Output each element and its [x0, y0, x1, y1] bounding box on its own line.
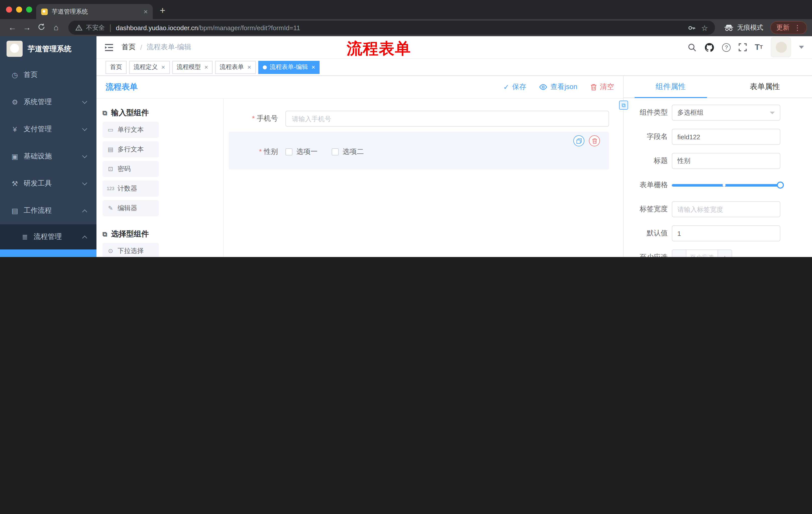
password-key-icon[interactable] [688, 24, 695, 31]
home-button[interactable]: ⌂ [49, 24, 63, 32]
window-controls [6, 6, 32, 12]
component-chip-counter[interactable]: 123计数器 [103, 181, 159, 197]
chevron-down-icon [82, 126, 87, 131]
title-input[interactable] [672, 153, 780, 169]
clear-button[interactable]: 清空 [590, 82, 614, 91]
user-avatar[interactable] [771, 37, 791, 57]
search-button[interactable] [688, 43, 696, 52]
component-chip-textarea[interactable]: ▤多行文本 [103, 141, 159, 157]
minimize-window-button[interactable] [16, 6, 22, 12]
increase-button[interactable]: + [718, 250, 732, 257]
address-bar[interactable]: 不安全 | dashboard.yudao.iocoder.cn /bpm/ma… [68, 21, 715, 35]
tag-process-model[interactable]: 流程模型 × [172, 61, 212, 74]
tab-form-props[interactable]: 表单属性 [718, 76, 812, 98]
properties-panel: ⧉ 组件属性 表单属性 组件类型 多选框组 [623, 76, 812, 257]
gender-field-block-selected[interactable]: 性别 选项一 选项二 [229, 132, 609, 169]
tag-process-definition[interactable]: 流程定义 × [129, 61, 170, 74]
delete-component-button[interactable] [589, 135, 600, 146]
sidebar-collapse-button[interactable] [105, 44, 114, 51]
link-icon[interactable]: ⧉ [619, 101, 628, 110]
sidebar-item-label: 研发工具 [24, 179, 52, 188]
browser-update-button[interactable]: 更新 ⋮ [770, 21, 807, 34]
new-tab-button[interactable]: + [160, 5, 165, 16]
section-title-select: ⧉ 选择型组件 [103, 229, 217, 239]
tab-close-icon[interactable]: × [144, 8, 148, 15]
tag-label: 流程表单 [220, 63, 244, 72]
sidebar-item-system[interactable]: ⚙ 系统管理 [0, 88, 96, 116]
sidebar-item-home[interactable]: ◷ 首页 [0, 61, 96, 88]
breadcrumb-current: 流程表单-编辑 [147, 43, 191, 52]
component-chip-select[interactable]: ⊙下拉选择 [103, 243, 159, 257]
chevron-down-icon [82, 180, 87, 185]
close-icon[interactable]: × [161, 64, 165, 71]
sidebar-item-process-form[interactable]: ◫ 流程表单 [0, 249, 96, 257]
list-icon: ≣ [21, 233, 29, 241]
title-row: 标题 [628, 153, 812, 169]
sidebar-item-payment[interactable]: ¥ 支付管理 [0, 116, 96, 143]
reload-button[interactable] [34, 23, 49, 32]
sidebar-item-label: 系统管理 [24, 98, 52, 107]
min-select-stepper: − + [672, 249, 732, 257]
min-select-input[interactable] [686, 250, 718, 257]
save-button[interactable]: ✓ 保存 [503, 82, 526, 91]
security-label: 不安全 [86, 23, 105, 32]
phone-field-label: 手机号 [229, 114, 278, 123]
tag-process-form-edit[interactable]: 流程表单-编辑 × [258, 61, 320, 74]
yen-icon: ¥ [10, 125, 19, 133]
close-icon[interactable]: × [247, 64, 251, 71]
back-button[interactable]: ← [5, 24, 20, 32]
sidebar-item-devtools[interactable]: ⚒ 研发工具 [0, 170, 96, 197]
chip-label: 多行文本 [118, 145, 144, 154]
eye-icon [540, 84, 547, 90]
tab-component-props[interactable]: 组件属性 [624, 76, 718, 98]
close-icon[interactable]: × [312, 64, 315, 71]
github-button[interactable] [704, 43, 714, 52]
label-width-input[interactable] [672, 201, 780, 217]
slider-handle[interactable] [777, 182, 784, 189]
view-json-button[interactable]: 查看json [540, 82, 577, 91]
gender-field-row: 性别 选项一 选项二 [229, 132, 609, 156]
checkbox-option1[interactable] [285, 148, 292, 155]
close-icon[interactable]: × [204, 64, 208, 71]
checkbox-option2[interactable] [331, 148, 339, 155]
tag-home[interactable]: 首页 [106, 61, 127, 74]
close-window-button[interactable] [6, 6, 12, 12]
dashboard-icon: ◷ [10, 71, 19, 79]
sidebar-item-label: 基础设施 [24, 152, 52, 161]
avatar-caret-icon[interactable] [799, 46, 804, 49]
zoom-window-button[interactable] [26, 6, 32, 12]
component-chip-editor[interactable]: ✎编辑器 [103, 200, 159, 216]
security-warning-icon[interactable] [76, 25, 82, 31]
field-name-input[interactable] [672, 129, 780, 145]
phone-input[interactable] [285, 111, 609, 127]
bookmark-star-icon[interactable]: ☆ [701, 24, 708, 31]
font-size-button[interactable]: TT [755, 43, 763, 51]
sidebar-item-workflow[interactable]: ▤ 工作流程 [0, 197, 96, 224]
forward-button[interactable]: → [20, 24, 34, 32]
breadcrumb-home[interactable]: 首页 [122, 43, 136, 52]
sidebar-item-infra[interactable]: ▣ 基础设施 [0, 143, 96, 170]
browser-tab[interactable]: 芋道管理系统 × [36, 4, 153, 19]
copy-component-button[interactable] [573, 135, 584, 146]
browser-tabstrip: 芋道管理系统 × + [0, 0, 812, 19]
tag-process-form[interactable]: 流程表单 × [215, 61, 256, 74]
component-type-select[interactable]: 多选框组 [672, 105, 780, 121]
breadcrumb-separator: / [140, 43, 142, 51]
default-value-input[interactable] [672, 225, 780, 241]
sidebar-item-process-management[interactable]: ≣ 流程管理 [0, 224, 96, 249]
form-designer: 流程表单 ✓ 保存 查看json [96, 76, 623, 257]
help-button[interactable]: ? [722, 43, 731, 52]
tab-title: 芋道管理系统 [52, 7, 140, 16]
component-chip-single-text[interactable]: ▭单行文本 [103, 122, 159, 138]
fullscreen-button[interactable] [738, 43, 747, 51]
header-tools: ? TT [688, 37, 804, 57]
component-chip-password[interactable]: ⊡密码 [103, 161, 159, 177]
properties-tabs: 组件属性 表单属性 [624, 76, 812, 98]
decrease-button[interactable]: − [672, 250, 686, 257]
browser-menu-icon[interactable]: ⋮ [794, 24, 801, 32]
default-value-row: 默认值 [628, 225, 812, 241]
component-type-value: 多选框组 [677, 108, 703, 117]
chevron-down-icon [82, 153, 87, 158]
form-grid-slider[interactable] [672, 177, 780, 193]
tag-label: 流程模型 [177, 63, 201, 72]
